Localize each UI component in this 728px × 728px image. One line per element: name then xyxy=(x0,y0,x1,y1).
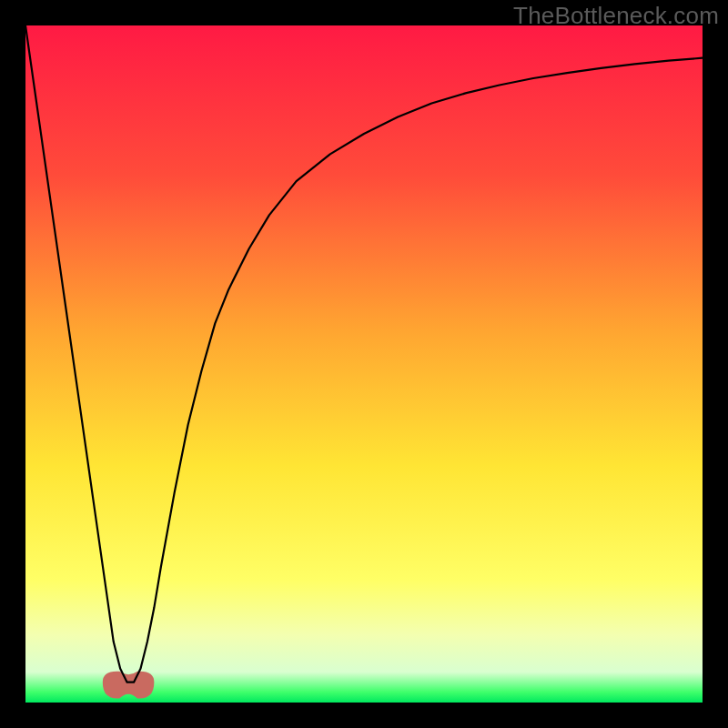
gradient-background xyxy=(25,25,703,703)
plot-area xyxy=(25,25,703,703)
chart-canvas xyxy=(25,25,703,703)
watermark-text: TheBottleneck.com xyxy=(513,2,719,30)
chart-frame: TheBottleneck.com xyxy=(0,0,728,728)
